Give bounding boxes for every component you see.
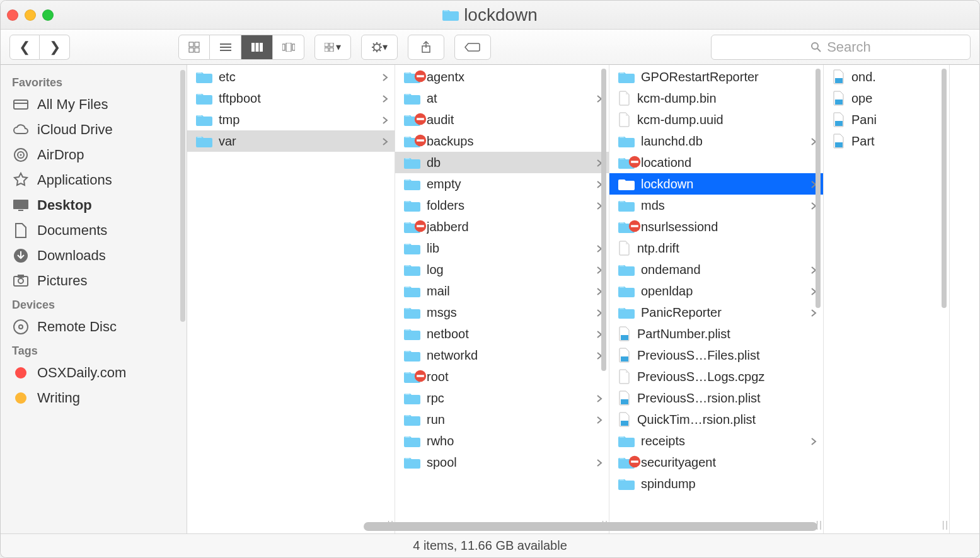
file-label: mail <box>427 284 590 299</box>
file-row[interactable]: audit <box>395 109 609 130</box>
file-row[interactable]: QuickTim…rsion.plist <box>609 409 823 430</box>
tags-button[interactable] <box>454 35 491 60</box>
file-row[interactable]: etc <box>187 66 395 88</box>
file-label: nsurlsessiond <box>641 220 817 234</box>
column-view-button[interactable] <box>241 35 273 60</box>
folder-icon <box>618 220 635 233</box>
sidebar-item-applications[interactable]: Applications <box>1 168 187 193</box>
sidebar-item-label: Remote Disc <box>37 319 117 335</box>
file-label: Pani <box>851 113 943 127</box>
file-row[interactable]: nsurlsessiond <box>609 216 823 237</box>
column-scrollbar[interactable] <box>942 69 947 308</box>
file-row[interactable]: db <box>395 152 609 173</box>
file-row[interactable]: spool <box>395 452 609 473</box>
file-row[interactable]: msgs <box>395 302 609 323</box>
file-row[interactable]: agentx <box>395 66 609 88</box>
tag-dot-icon <box>12 389 30 407</box>
sidebar-item-downloads[interactable]: Downloads <box>1 243 187 268</box>
folder-icon <box>618 456 635 469</box>
file-row[interactable]: spindump <box>609 473 823 494</box>
icon-view-button[interactable] <box>178 35 210 60</box>
arrange-button[interactable]: ▾ <box>314 35 351 60</box>
folder-icon <box>618 477 635 490</box>
file-row[interactable]: Part <box>824 130 949 152</box>
file-label: networkd <box>427 348 590 363</box>
folder-icon <box>442 5 459 25</box>
file-row[interactable]: kcm-dump.bin <box>609 88 823 109</box>
file-label: securityagent <box>641 455 817 470</box>
file-row[interactable]: run <box>395 409 609 430</box>
folder-icon <box>404 263 420 276</box>
sidebar-item-remote-disc[interactable]: Remote Disc <box>1 314 187 339</box>
file-row[interactable]: empty <box>395 173 609 195</box>
file-row[interactable]: ondemand <box>609 259 823 280</box>
file-label: PanicReporter <box>641 305 804 320</box>
file-row[interactable]: PreviousS…Logs.cpgz <box>609 366 823 387</box>
sidebar-item-documents[interactable]: Documents <box>1 218 187 243</box>
sidebar-item-desktop[interactable]: Desktop <box>1 193 187 218</box>
zoom-button[interactable] <box>42 9 54 21</box>
column-scrollbar[interactable] <box>816 69 821 308</box>
file-row[interactable]: rpc <box>395 387 609 409</box>
file-row[interactable]: PreviousS…Files.plist <box>609 344 823 366</box>
file-row[interactable]: launchd.db <box>609 130 823 152</box>
status-bar: 4 items, 11.66 GB available <box>1 533 979 557</box>
file-row[interactable]: tftpboot <box>187 88 395 109</box>
file-row[interactable]: folders <box>395 195 609 216</box>
file-row[interactable]: rwho <box>395 430 609 452</box>
minimize-button[interactable] <box>25 9 36 21</box>
file-row[interactable]: GPORestartReporter <box>609 66 823 88</box>
sidebar-item-all-my-files[interactable]: All My Files <box>1 92 187 117</box>
search-field[interactable]: Search <box>711 35 971 60</box>
file-row[interactable]: kcm-dump.uuid <box>609 109 823 130</box>
file-row[interactable]: lib <box>395 237 609 259</box>
file-row[interactable]: locationd <box>609 152 823 173</box>
file-row[interactable]: lockdown <box>609 173 823 195</box>
svg-rect-21 <box>330 48 333 52</box>
list-view-button[interactable] <box>210 35 241 60</box>
file-row[interactable]: log <box>395 259 609 280</box>
file-row[interactable]: receipts <box>609 430 823 452</box>
file-row[interactable]: PartNumber.plist <box>609 323 823 344</box>
file-row[interactable]: at <box>395 88 609 109</box>
sidebar-item-osxdaily-com[interactable]: OSXDaily.com <box>1 360 187 385</box>
sidebar-scrollbar[interactable] <box>180 70 185 322</box>
sidebar-item-writing[interactable]: Writing <box>1 385 187 411</box>
svg-rect-8 <box>195 48 199 52</box>
file-row[interactable]: PreviousS…rsion.plist <box>609 387 823 409</box>
file-row[interactable]: tmp <box>187 109 395 130</box>
file-row[interactable]: Pani <box>824 109 949 130</box>
file-row[interactable]: openldap <box>609 280 823 302</box>
sidebar-item-airdrop[interactable]: AirDrop <box>1 142 187 168</box>
plist-file-icon <box>833 91 845 106</box>
forward-button[interactable]: ❯ <box>40 35 70 60</box>
sidebar-item-icloud-drive[interactable]: iCloud Drive <box>1 117 187 142</box>
file-row[interactable]: ope <box>824 88 949 109</box>
close-button[interactable] <box>7 9 18 21</box>
file-row[interactable]: jabberd <box>395 216 609 237</box>
action-button[interactable]: ▾ <box>361 35 398 60</box>
sidebar-item-label: All My Files <box>37 96 108 113</box>
file-label: netboot <box>427 327 590 341</box>
back-button[interactable]: ❮ <box>9 35 40 60</box>
file-row[interactable]: securityagent <box>609 452 823 473</box>
column-scrollbar[interactable] <box>601 69 606 371</box>
file-row[interactable]: PanicReporter <box>609 302 823 323</box>
svg-line-29 <box>373 50 374 51</box>
file-row[interactable]: mds <box>609 195 823 216</box>
coverflow-view-button[interactable] <box>273 35 304 60</box>
horizontal-scrollbar[interactable] <box>364 522 817 531</box>
file-row[interactable]: ntp.drift <box>609 237 823 259</box>
sidebar-item-label: Desktop <box>37 197 92 214</box>
file-row[interactable]: var <box>187 130 395 152</box>
sidebar-item-pictures[interactable]: Pictures <box>1 268 187 293</box>
file-row[interactable]: networkd <box>395 344 609 366</box>
file-row[interactable]: netboot <box>395 323 609 344</box>
file-row[interactable]: backups <box>395 130 609 152</box>
share-button[interactable] <box>408 35 444 60</box>
apps-icon <box>12 171 30 189</box>
file-row[interactable]: ond. <box>824 66 949 88</box>
file-row[interactable]: mail <box>395 280 609 302</box>
file-label: rwho <box>427 434 602 448</box>
file-row[interactable]: root <box>395 366 609 387</box>
